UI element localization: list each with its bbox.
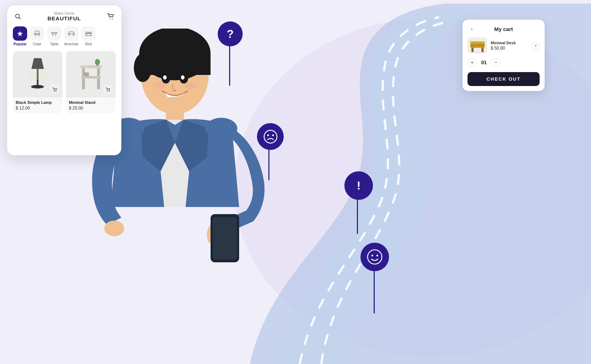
- svg-point-37: [107, 91, 108, 92]
- svg-rect-41: [471, 48, 474, 52]
- cart-qty-row: + 01 −: [468, 58, 540, 67]
- sad-sign-pole: [268, 148, 269, 180]
- svg-rect-13: [68, 33, 70, 35]
- cat-bed[interactable]: Bed: [81, 26, 96, 46]
- cart-card: ‹ My cart Minimal Desk $ 50.00 ✕ + 01 −: [463, 20, 545, 91]
- cat-table-label: Table: [50, 42, 59, 46]
- cart-item-details: Minimal Desk $ 50.00: [491, 41, 528, 51]
- svg-point-45: [267, 134, 269, 136]
- category-tabs: Popular Chair Table: [13, 26, 116, 46]
- svg-point-44: [264, 130, 277, 143]
- svg-point-49: [377, 255, 378, 257]
- cart-item-remove-btn[interactable]: ✕: [532, 42, 540, 50]
- svg-point-2: [110, 18, 111, 19]
- product-card-stand[interactable]: Minimal Stand $ 25.00: [66, 51, 116, 113]
- svg-point-35: [95, 59, 100, 65]
- svg-marker-4: [17, 31, 23, 36]
- app-title-block: Make home BEAUTIFUL: [47, 11, 81, 21]
- svg-rect-14: [73, 33, 75, 35]
- svg-rect-33: [97, 79, 100, 89]
- cat-armchair-label: Armchair: [64, 42, 79, 46]
- qty-increase-btn[interactable]: +: [468, 58, 477, 67]
- happy-face-icon: [367, 249, 383, 265]
- svg-point-38: [109, 91, 110, 92]
- lamp-name: Black Simple Lamp: [16, 100, 60, 105]
- cat-chair[interactable]: Chair: [30, 26, 44, 46]
- svg-point-3: [112, 18, 113, 19]
- svg-line-1: [19, 17, 21, 19]
- svg-rect-9: [51, 32, 57, 34]
- svg-rect-40: [470, 41, 485, 44]
- svg-marker-22: [31, 58, 44, 69]
- qty-decrease-btn[interactable]: −: [491, 58, 500, 67]
- svg-point-0: [16, 14, 20, 18]
- sad-sign-container: [257, 123, 284, 150]
- checkout-button[interactable]: CHECK OUT: [468, 72, 540, 86]
- svg-point-48: [372, 255, 373, 257]
- search-icon[interactable]: [13, 11, 23, 21]
- stand-price: $ 25.00: [69, 106, 113, 111]
- svg-rect-28: [80, 65, 102, 68]
- stand-info: Minimal Stand $ 25.00: [66, 97, 116, 113]
- exclamation-icon: !: [357, 179, 361, 192]
- cart-item-row: Minimal Desk $ 50.00 ✕: [468, 37, 540, 54]
- cat-popular[interactable]: Popular: [13, 26, 27, 46]
- svg-rect-43: [470, 45, 485, 46]
- question-sign-bubble: ?: [218, 21, 243, 46]
- product-grid: Black Simple Lamp $ 12.00: [13, 51, 116, 113]
- svg-rect-32: [82, 79, 85, 89]
- svg-rect-36: [84, 72, 89, 76]
- svg-rect-31: [97, 68, 100, 76]
- svg-point-27: [56, 91, 56, 92]
- cat-popular-label: Popular: [13, 42, 26, 46]
- lamp-info: Black Simple Lamp $ 12.00: [13, 97, 62, 113]
- cart-item-name: Minimal Desk: [491, 41, 528, 45]
- cat-table[interactable]: Table: [47, 26, 61, 46]
- svg-rect-17: [86, 33, 91, 36]
- cat-armchair[interactable]: Armchair: [64, 26, 79, 46]
- exclamation-sign-bubble: !: [344, 171, 373, 200]
- app-subtitle: Make home: [47, 11, 81, 15]
- happy-sign-container: [360, 243, 389, 271]
- svg-rect-29: [81, 76, 101, 79]
- stand-name: Minimal Stand: [69, 100, 113, 105]
- exclamation-sign-pole: [357, 198, 358, 234]
- sad-sign-bubble: [257, 123, 284, 150]
- svg-rect-5: [35, 31, 39, 34]
- svg-point-47: [368, 250, 382, 264]
- cart-title: My cart: [494, 26, 513, 32]
- happy-sign-bubble: [360, 243, 389, 271]
- cart-item-price: $ 50.00: [491, 46, 528, 51]
- question-sign-pole: [229, 46, 230, 86]
- question-sign-container: ?: [218, 21, 243, 46]
- svg-point-46: [272, 134, 274, 136]
- cat-bed-label: Bed: [85, 42, 92, 46]
- lamp-price: $ 12.00: [16, 106, 60, 111]
- svg-rect-42: [481, 48, 484, 52]
- app-title: BEAUTIFUL: [47, 15, 81, 21]
- cart-item-image: [468, 37, 487, 54]
- svg-rect-12: [69, 32, 74, 34]
- product-card-lamp[interactable]: Black Simple Lamp $ 12.00: [13, 51, 62, 113]
- sad-face-icon: [263, 130, 278, 144]
- happy-sign-pole: [374, 271, 375, 313]
- add-lamp-btn[interactable]: [50, 85, 60, 95]
- cat-chair-label: Chair: [33, 42, 41, 46]
- stand-image-area: [66, 51, 116, 97]
- exclamation-sign-container: !: [344, 171, 373, 200]
- svg-point-56: [104, 221, 124, 236]
- cart-header: ‹ My cart: [468, 25, 540, 33]
- question-icon: ?: [227, 27, 234, 41]
- svg-marker-25: [28, 69, 47, 80]
- add-stand-btn[interactable]: [103, 85, 113, 95]
- lamp-image-area: [13, 51, 62, 97]
- phone-app-card: Make home BEAUTIFUL Popular: [7, 5, 121, 155]
- qty-value: 01: [480, 60, 488, 65]
- svg-rect-6: [34, 34, 40, 35]
- svg-point-26: [54, 91, 55, 92]
- app-header: Make home BEAUTIFUL: [13, 11, 116, 21]
- cart-back-btn[interactable]: ‹: [468, 25, 476, 33]
- cart-icon[interactable]: [106, 11, 116, 21]
- svg-point-24: [31, 85, 44, 89]
